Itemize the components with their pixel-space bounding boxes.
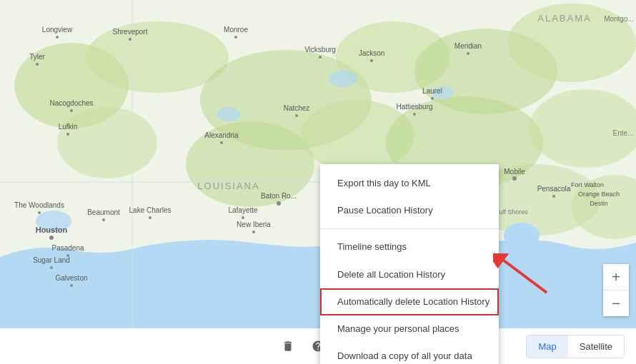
state-label-alabama: ALABAMA	[537, 13, 591, 24]
svg-point-36	[242, 216, 244, 219]
satellite-view-button[interactable]: Satellite	[568, 335, 624, 358]
svg-point-39	[512, 176, 517, 181]
delete-icon[interactable]	[282, 340, 294, 353]
svg-point-33	[66, 133, 69, 136]
city-label-beaumont: Beaumont	[87, 208, 120, 216]
city-label-laurel: Laurel	[422, 87, 442, 95]
svg-point-45	[70, 284, 73, 287]
bottom-toolbar: Map Satellite	[0, 328, 636, 364]
menu-item-export-kml[interactable]: Export this day to KML	[320, 170, 499, 197]
svg-point-44	[50, 266, 53, 269]
city-label-pasadena: Pasadena	[51, 244, 84, 252]
city-label-sugar-land: Sugar Land	[33, 256, 70, 264]
svg-point-30	[295, 114, 298, 117]
menu-item-auto-delete[interactable]: Automatically delete Location History	[320, 288, 499, 315]
menu-divider-1	[320, 228, 499, 229]
city-label-new-iberia: New Iberia	[237, 221, 271, 228]
city-label-orange-beach: Orange Beach	[578, 191, 620, 198]
city-label-shreveport: Shreveport	[113, 28, 148, 36]
svg-point-40	[552, 195, 555, 198]
city-label-fort-walton: Fort Walton	[571, 181, 604, 188]
svg-point-38	[252, 231, 255, 233]
city-label-lafayette: Lafayette	[228, 206, 258, 214]
city-label-natchez: Natchez	[284, 104, 310, 112]
city-label-lake-charles: Lake Charles	[129, 206, 172, 214]
city-label-houston: Houston	[36, 226, 68, 234]
city-label-enter: Ente...	[613, 129, 634, 137]
svg-point-24	[234, 36, 237, 39]
menu-item-timeline-settings[interactable]: Timeline settings	[320, 233, 499, 261]
city-label-mobile: Mobile	[504, 168, 525, 176]
svg-point-28	[467, 52, 469, 55]
svg-point-17	[329, 70, 357, 87]
city-label-meridian: Meridian	[454, 42, 482, 50]
svg-point-32	[431, 97, 434, 100]
city-label-galveston: Galveston	[55, 274, 87, 282]
svg-point-22	[129, 38, 131, 41]
map-view-button[interactable]: Map	[527, 335, 567, 358]
city-label-tyler: Tyler	[29, 53, 45, 61]
city-label-jackson: Jackson	[359, 49, 385, 57]
svg-point-41	[102, 218, 105, 221]
svg-point-27	[370, 59, 373, 62]
svg-point-29	[70, 109, 73, 112]
svg-point-16	[216, 107, 242, 121]
svg-point-19	[504, 223, 540, 248]
city-label-nacogdoches: Nacogdoches	[49, 99, 93, 107]
city-label-baton-rouge: Baton Ro...	[261, 192, 297, 200]
svg-line-48	[504, 261, 547, 293]
zoom-in-button[interactable]: +	[603, 264, 629, 290]
svg-point-35	[277, 201, 281, 206]
svg-point-34	[220, 141, 223, 144]
city-label-pensacola: Pensacola	[537, 185, 571, 193]
city-label-gulf-shores: Gulf Shores	[494, 208, 528, 216]
menu-item-download-data[interactable]: Download a copy of all your data	[320, 343, 499, 364]
city-label-destin: Destin	[590, 200, 608, 207]
city-label-hattiesburg: Hattiesburg	[396, 103, 432, 111]
red-arrow	[493, 253, 550, 296]
city-label-longview: Longview	[42, 26, 73, 34]
map-container: LOUISIANA ALABAMA Shreveport Longview Mo…	[0, 0, 636, 364]
svg-point-42	[49, 236, 54, 240]
city-label-the-woodlands: The Woodlands	[14, 201, 64, 209]
dropdown-menu: Export this day to KML Pause Location Hi…	[320, 164, 499, 364]
city-label-monroe: Monroe	[224, 26, 248, 34]
menu-item-pause-location[interactable]: Pause Location History	[320, 197, 499, 224]
state-label-louisiana: LOUISIANA	[197, 181, 259, 191]
menu-item-delete-all[interactable]: Delete all Location History	[320, 261, 499, 288]
svg-point-37	[149, 216, 151, 219]
city-label-lufkin: Lufkin	[59, 123, 78, 131]
map-satellite-toggle: Map Satellite	[526, 335, 625, 358]
svg-point-31	[413, 113, 416, 116]
svg-point-23	[56, 36, 59, 39]
svg-point-8	[57, 107, 157, 178]
menu-item-manage-places[interactable]: Manage your personal places	[320, 315, 499, 343]
svg-point-25	[36, 63, 39, 66]
zoom-controls: + −	[603, 264, 629, 316]
svg-point-46	[38, 211, 41, 214]
svg-point-26	[319, 56, 322, 59]
city-label-vicksburg: Vicksburg	[304, 46, 336, 54]
city-label-montgomery: Montgo...	[604, 15, 634, 23]
zoom-out-button[interactable]: −	[603, 290, 629, 316]
city-label-alexandria: Alexandria	[204, 131, 239, 139]
